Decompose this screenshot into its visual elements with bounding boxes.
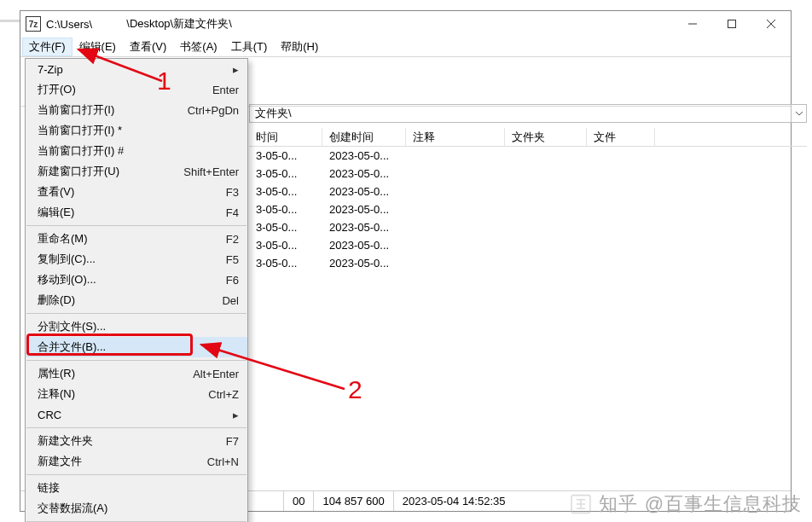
address-dropdown-button[interactable] <box>792 104 807 123</box>
svg-rect-1 <box>728 20 736 28</box>
menu-item-accelerator: F7 <box>226 435 239 448</box>
menu-item[interactable]: CRC▸ <box>26 404 247 425</box>
menu-item[interactable]: 新建文件夹F7 <box>26 431 247 451</box>
titlebar-path-suffix: \Desktop\新建文件夹\ <box>126 16 232 32</box>
titlebar-path-prefix: C:\Users\ <box>46 18 92 31</box>
col-header-files[interactable]: 文件 <box>587 128 655 146</box>
status-count: 00 <box>283 491 313 511</box>
menu-item-label: 新建文件夹 <box>38 433 226 449</box>
status-size: 104 857 600 <box>313 491 392 511</box>
menu-separator <box>26 427 246 428</box>
menu-item-label: 当前窗口打开(I) # <box>38 143 239 159</box>
menu-item[interactable]: 编辑(E)F4 <box>26 202 247 223</box>
menu-item-accelerator: F5 <box>226 253 239 266</box>
table-row[interactable]: 3-05-0...2023-05-0... <box>249 183 807 200</box>
table-row[interactable]: 3-05-0...2023-05-0... <box>249 200 807 218</box>
menu-item-label: 新建文件 <box>38 454 207 469</box>
menu-bookmark[interactable]: 书签(A) <box>173 38 223 56</box>
menu-item[interactable]: 新建文件Ctrl+N <box>26 451 247 472</box>
menu-item[interactable]: 当前窗口打开(I)Ctrl+PgDn <box>26 100 247 120</box>
menu-item-label: 删除(D) <box>38 293 222 308</box>
menu-item[interactable]: 交替数据流(A) <box>26 498 247 519</box>
maximize-button[interactable] <box>712 11 751 37</box>
col-header-comment[interactable]: 注释 <box>406 128 505 146</box>
menu-item-label: 重命名(M) <box>38 231 226 246</box>
menu-item-accelerator: Ctrl+Z <box>208 388 239 401</box>
menu-bar: 文件(F) 编辑(E) 查看(V) 书签(A) 工具(T) 帮助(H) <box>20 37 791 57</box>
menu-item-label: 打开(O) <box>38 82 212 97</box>
app-icon: 7z <box>26 16 41 32</box>
menu-item[interactable]: 合并文件(B)... <box>26 337 247 357</box>
menu-item-label: 属性(R) <box>38 366 193 381</box>
menu-item-label: 注释(N) <box>38 386 208 402</box>
menu-item[interactable]: 当前窗口打开(I) * <box>26 120 247 141</box>
menu-item-accelerator: F6 <box>226 274 239 287</box>
submenu-arrow-icon: ▸ <box>233 409 239 421</box>
table-row[interactable]: 3-05-0...2023-05-0... <box>249 236 807 254</box>
menu-file[interactable]: 文件(F) <box>22 38 72 56</box>
col-header-mtime[interactable]: 时间 <box>249 128 322 146</box>
menu-item-label: 编辑(E) <box>38 205 226 220</box>
address-path-tail: 文件夹\ <box>255 106 292 121</box>
menu-item-label: 交替数据流(A) <box>38 501 239 516</box>
menu-item[interactable]: 链接 <box>26 478 247 498</box>
menu-item-label: 新建窗口打开(U) <box>38 164 183 179</box>
menu-item-accelerator: Enter <box>212 84 239 96</box>
menu-item-label: 复制到(C)... <box>38 252 226 267</box>
close-button[interactable] <box>751 11 791 37</box>
menu-item-accelerator: Alt+Enter <box>193 368 239 380</box>
menu-item-accelerator: F4 <box>226 206 239 219</box>
menu-view[interactable]: 查看(V) <box>123 38 173 56</box>
menu-item-label: 查看(V) <box>38 184 226 200</box>
menu-item[interactable]: 移动到(O)...F6 <box>26 270 247 290</box>
menu-item[interactable]: 复制到(C)...F5 <box>26 249 247 270</box>
annotation-number-2: 2 <box>348 375 362 404</box>
menu-separator <box>26 474 246 475</box>
menu-item-label: 移动到(O)... <box>38 272 226 287</box>
menu-item[interactable]: 当前窗口打开(I) # <box>26 141 247 161</box>
titlebar-path-masked <box>92 18 126 31</box>
menu-separator <box>26 313 246 314</box>
table-row[interactable]: 3-05-0...2023-05-0... <box>249 165 807 183</box>
menu-item-label: 当前窗口打开(I) * <box>38 123 239 138</box>
file-menu-dropdown[interactable]: 7-Zip▸打开(O)Enter当前窗口打开(I)Ctrl+PgDn当前窗口打开… <box>25 58 248 522</box>
table-row[interactable]: 3-05-0...2023-05-0... <box>249 254 807 272</box>
menu-tools[interactable]: 工具(T) <box>224 38 275 56</box>
col-header-ctime[interactable]: 创建时间 <box>322 128 406 146</box>
menu-separator <box>26 225 246 226</box>
menu-item-accelerator: F3 <box>226 186 239 199</box>
menu-item-accelerator: F2 <box>226 233 239 246</box>
menu-item[interactable]: 注释(N)Ctrl+Z <box>26 384 247 404</box>
menu-item-label: 合并文件(B)... <box>38 339 239 355</box>
menu-item[interactable]: 查看(V)F3 <box>26 182 247 202</box>
menu-item[interactable]: 7-Zip▸ <box>26 59 247 79</box>
menu-item[interactable]: 打开(O)Enter <box>26 79 247 100</box>
submenu-arrow-icon: ▸ <box>233 63 239 76</box>
table-row[interactable]: 3-05-0...2023-05-0... <box>249 218 807 236</box>
annotation-number-1: 1 <box>157 67 171 96</box>
menu-edit[interactable]: 编辑(E) <box>72 38 123 56</box>
menu-item-label: CRC <box>38 409 233 421</box>
status-time: 2023-05-04 14:52:35 <box>393 491 514 511</box>
col-header-folders[interactable]: 文件夹 <box>505 128 587 146</box>
menu-item-accelerator: Ctrl+PgDn <box>188 104 239 117</box>
menu-item[interactable]: 新建窗口打开(U)Shift+Enter <box>26 161 247 182</box>
menu-item[interactable]: 属性(R)Alt+Enter <box>26 363 247 384</box>
menu-item-label: 分割文件(S)... <box>38 319 239 334</box>
menu-item[interactable]: 删除(D)Del <box>26 290 247 310</box>
address-bar[interactable]: 文件夹\ <box>249 104 807 123</box>
menu-item[interactable]: 分割文件(S)... <box>26 316 247 337</box>
menu-item-accelerator: Shift+Enter <box>183 165 239 178</box>
menu-item[interactable]: 重命名(M)F2 <box>26 229 247 249</box>
menu-item-label: 7-Zip <box>38 63 233 76</box>
menu-item-label: 当前窗口打开(I) <box>38 102 188 118</box>
minimize-button[interactable] <box>673 11 712 37</box>
table-row[interactable]: 3-05-0...2023-05-0... <box>249 147 807 165</box>
menu-help[interactable]: 帮助(H) <box>274 38 325 56</box>
title-bar: 7z C:\Users\ \Desktop\新建文件夹\ <box>20 11 791 37</box>
menu-item-label: 链接 <box>38 480 239 496</box>
table-header: 时间 创建时间 注释 文件夹 文件 <box>249 128 807 147</box>
menu-separator <box>26 360 246 361</box>
menu-item-accelerator: Del <box>222 294 239 307</box>
menu-item-accelerator: Ctrl+N <box>207 455 239 468</box>
